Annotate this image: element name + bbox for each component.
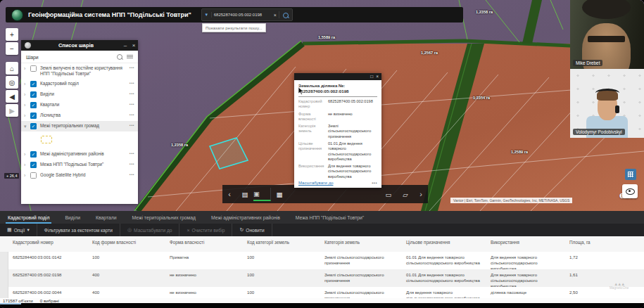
column-header[interactable]: Використання — [486, 236, 565, 252]
table-row[interactable]: 6825287400:06:002:0044 400 не визначено … — [0, 287, 644, 298]
layer-checkbox[interactable]: ✓ — [30, 81, 37, 87]
row-selector[interactable] — [0, 269, 8, 287]
options-button[interactable]: ▦ Опції ▾ — [0, 224, 37, 236]
search-button[interactable] — [279, 8, 292, 21]
layer-menu-icon[interactable]: ••• — [130, 123, 134, 127]
popup-field-row: Форма власності не визначено — [298, 112, 377, 122]
layer-checkbox[interactable]: ✓ — [30, 151, 37, 158]
layer-item[interactable]: › Землі вилучені в постійне користування… — [21, 63, 138, 79]
column-header[interactable]: Цільове призначення — [402, 236, 486, 252]
search-clear-icon[interactable]: × — [272, 13, 279, 18]
clear-selection-button[interactable]: × Очистити вибір — [179, 224, 232, 236]
filter-by-extent-button[interactable]: Фільтрувати за екстентом карти — [37, 224, 120, 236]
tab-kvartaly[interactable]: Квартали — [88, 211, 124, 224]
back-extent-button[interactable]: ◀ — [6, 90, 18, 103]
legend-swatch — [41, 136, 52, 143]
print-widget-icon[interactable]: ▭ — [380, 188, 397, 200]
chevron-right-icon[interactable]: › — [24, 103, 30, 108]
coordinates-display: + 26,4 — [4, 173, 19, 179]
video-tile[interactable]: Volodymyr Podobivskyi — [570, 69, 644, 138]
layer-menu-icon[interactable]: ••• — [130, 81, 134, 85]
layer-menu-icon[interactable]: ••• — [130, 162, 134, 166]
tab-mezha-npp[interactable]: Межа НПП "Подільські Товтри" — [288, 211, 372, 224]
layer-checkbox[interactable]: ✓ — [30, 123, 37, 129]
layer-list-widget-icon[interactable]: ▣ — [253, 188, 271, 201]
chevron-right-icon[interactable]: › — [24, 66, 30, 71]
refresh-button[interactable]: ↻ Оновити — [232, 224, 272, 236]
layer-checkbox[interactable]: ✓ — [30, 162, 37, 168]
layer-menu-icon[interactable]: ••• — [130, 151, 134, 155]
table-row[interactable]: 6825287400:05:002:0198 400 не визначено … — [0, 269, 644, 287]
column-header[interactable]: Площа, га — [565, 236, 644, 252]
layer-menu-icon[interactable]: ••• — [130, 172, 134, 177]
layer-item[interactable]: › ✓ Кадастровий поділ ••• — [21, 79, 138, 89]
table-row[interactable]: 6825284400:03:001:0142 100 Приватна 100 … — [0, 252, 644, 269]
search-input[interactable]: 6825287400:05:002:0198 — [212, 13, 272, 17]
minimize-icon[interactable]: – — [121, 42, 130, 49]
layer-checkbox[interactable] — [30, 172, 37, 179]
layer-search-icon[interactable] — [117, 54, 122, 60]
layer-checkbox[interactable]: ✓ — [30, 91, 37, 98]
basemap-gallery-icon[interactable]: ▦ — [271, 188, 288, 200]
toolbar-next-icon[interactable]: › — [414, 190, 428, 198]
visibility-toggle-button[interactable] — [622, 184, 638, 198]
column-header[interactable]: Код категорії земель — [243, 236, 320, 252]
column-header[interactable]: Кадастровий номер — [8, 236, 88, 252]
forward-extent-button[interactable]: ▶ — [6, 104, 18, 117]
layer-checkbox[interactable]: ✓ — [30, 113, 37, 119]
tab-mezhi-raioniv[interactable]: Межі адміністративних районів — [203, 211, 288, 224]
column-header[interactable]: Код форми власності — [88, 236, 165, 252]
close-icon[interactable]: × — [376, 73, 379, 80]
zoom-to-button[interactable]: ◎ Масштабувати до — [120, 224, 179, 236]
tab-mezhi-hromad[interactable]: Межі територіальних громад — [124, 211, 203, 224]
layer-checkbox[interactable] — [30, 65, 37, 72]
home-button[interactable]: ⌂ — [6, 62, 18, 75]
layer-checkbox[interactable]: ✓ — [30, 102, 37, 108]
zoom-to-link[interactable]: Масштабувати до — [298, 181, 333, 185]
table-action-bar: ▦ Опції ▾ Фільтрувати за екстентом карти… — [0, 224, 644, 236]
layer-menu-icon[interactable]: ••• — [130, 91, 134, 96]
layer-menu-icon[interactable]: ••• — [130, 102, 134, 106]
video-call-overlay: Mike Drebet Volodymyr Podobivskyi — [570, 0, 644, 138]
chevron-right-icon[interactable]: › — [24, 82, 30, 86]
zoom-out-button[interactable]: − — [6, 42, 18, 55]
tab-vydily[interactable]: Виділи — [57, 211, 88, 224]
chevron-right-icon[interactable]: › — [24, 162, 30, 167]
row-selector[interactable] — [0, 287, 8, 298]
layer-item[interactable]: › ✓ Виділи ••• — [21, 89, 138, 100]
locate-button[interactable]: ◎ — [6, 76, 18, 89]
chevron-right-icon[interactable]: › — [24, 173, 30, 178]
video-tile[interactable]: Mike Drebet — [570, 0, 644, 69]
chevron-down-icon[interactable]: ▾ — [24, 124, 30, 129]
attribute-table-toggle-button[interactable] — [625, 169, 636, 180]
layer-menu-icon[interactable]: ••• — [130, 113, 134, 117]
chevron-right-icon[interactable]: › — [24, 92, 30, 97]
column-header[interactable]: Форма власності — [165, 236, 243, 252]
video-progress-bar[interactable] — [0, 303, 21, 304]
layer-item[interactable]: › ✓ Межа НПП "Подільські Товтри" ••• — [21, 160, 138, 170]
cell: Землі сільськогосподарського призначення — [320, 269, 402, 287]
layer-item[interactable]: › Google Satellite Hybrid ••• — [21, 170, 138, 181]
toolbar-prev-icon[interactable]: ‹ — [222, 190, 236, 198]
maximize-icon[interactable]: □ — [370, 73, 373, 80]
layer-label: Межі територіальних громад — [40, 123, 130, 129]
layers-label: Шари — [26, 55, 117, 60]
layer-item[interactable]: › ✓ Лісництва ••• — [21, 110, 138, 121]
row-selector[interactable] — [0, 252, 8, 269]
search-source-caret-icon[interactable]: ▾ — [202, 12, 212, 18]
zoom-in-button[interactable]: + — [6, 28, 18, 41]
draw-widget-icon[interactable]: ▱ — [397, 188, 414, 200]
chevron-right-icon[interactable]: › — [24, 113, 30, 118]
chevron-right-icon[interactable]: › — [24, 152, 30, 157]
popup-menu-icon[interactable]: ••• — [372, 181, 377, 185]
layer-menu-icon[interactable]: ••• — [130, 65, 134, 70]
layer-item[interactable]: › ✓ Межі адміністративних районів ••• — [21, 149, 138, 160]
layer-item[interactable]: › ✓ Квартали ••• — [21, 100, 138, 110]
close-icon[interactable]: × — [130, 42, 138, 49]
tab-kadastrovyi-podil[interactable]: Кадастровий поділ — [0, 211, 57, 224]
legend-widget-icon[interactable]: ▤ — [236, 188, 253, 200]
layer-filter-icon[interactable] — [127, 55, 133, 60]
layer-item-expanded[interactable]: ▾ ✓ Межі територіальних громад ••• — [21, 121, 138, 131]
column-header[interactable]: Категорія земель — [320, 236, 402, 252]
layer-panel-header: Список шарів – × — [21, 40, 138, 51]
